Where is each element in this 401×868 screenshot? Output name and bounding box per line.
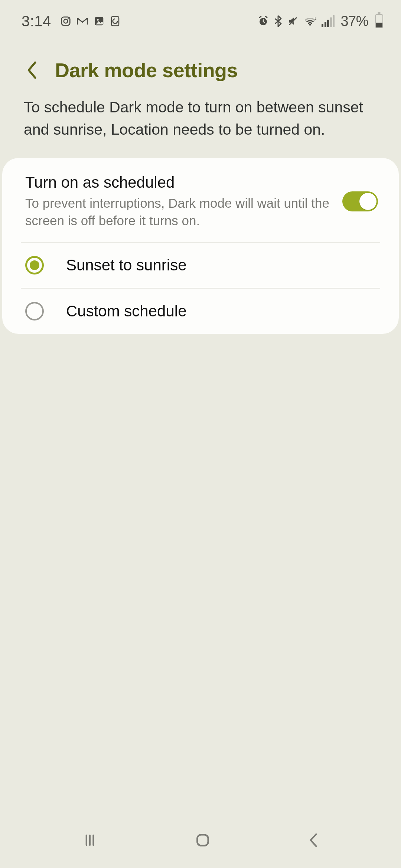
status-bar: 3:14 [0,0,401,36]
data-saver-icon [110,16,120,27]
wifi-icon: 6 [304,16,316,26]
toggle-knob [359,193,376,210]
recents-button[interactable] [82,833,98,848]
signal-icon [322,15,335,27]
svg-rect-14 [197,835,208,845]
schedule-text: Turn on as scheduled To prevent interrup… [25,174,333,230]
gmail-icon [76,16,88,26]
battery-percent: 37% [340,13,368,29]
svg-point-1 [64,19,68,23]
intro-text: To schedule Dark mode to turn on between… [0,96,401,158]
radio-unselected-icon [25,302,44,320]
instagram-icon [60,16,71,27]
battery-icon [375,14,383,28]
settings-card: Turn on as scheduled To prevent interrup… [2,158,399,334]
radio-selected-icon [25,256,44,274]
schedule-description: To prevent interruptions, Dark mode will… [25,194,333,230]
option-label: Sunset to sunrise [66,256,187,274]
home-button[interactable] [195,832,211,848]
bluetooth-icon [274,15,282,27]
svg-point-9 [309,24,311,26]
svg-text:6: 6 [315,16,316,20]
navigation-bar [0,820,401,868]
mute-icon [287,16,299,27]
svg-point-2 [68,18,69,19]
gallery-icon [94,16,105,27]
nav-back-button[interactable] [308,832,319,848]
schedule-toggle[interactable] [342,191,378,211]
back-button[interactable] [22,60,42,80]
option-label: Custom schedule [66,302,187,320]
page-header: Dark mode settings [0,36,401,96]
option-custom-schedule[interactable]: Custom schedule [2,289,399,334]
status-time: 3:14 [22,13,51,30]
alarm-icon [258,16,269,27]
status-right: 6 37% [258,13,383,29]
schedule-title: Turn on as scheduled [25,174,333,191]
svg-point-4 [97,19,99,21]
status-left: 3:14 [22,13,120,30]
svg-rect-0 [62,17,70,26]
option-sunset-to-sunrise[interactable]: Sunset to sunrise [2,243,399,288]
page-title: Dark mode settings [55,59,238,82]
turn-on-scheduled-row[interactable]: Turn on as scheduled To prevent interrup… [2,158,399,242]
